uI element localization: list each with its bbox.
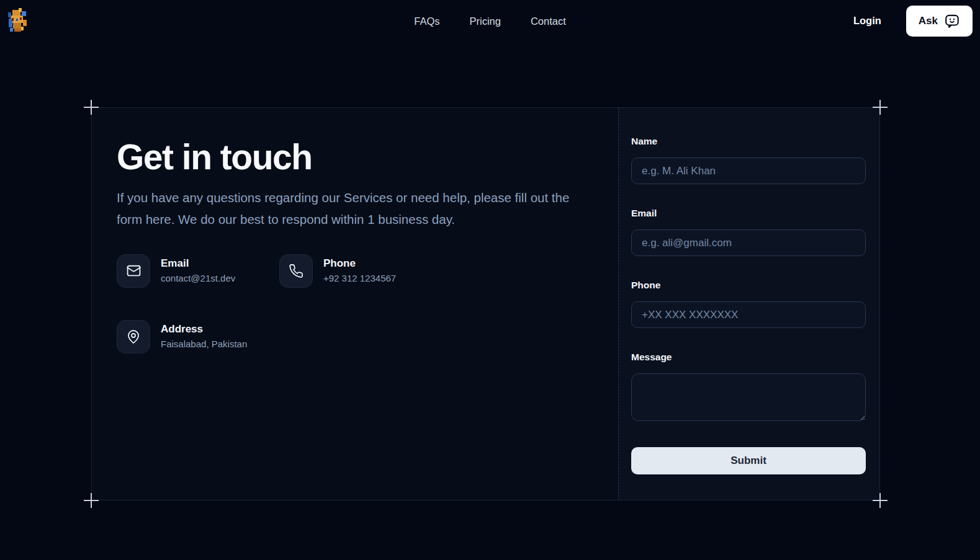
contact-card-title: Address: [161, 323, 247, 336]
page-description: If you have any questions regarding our …: [117, 187, 571, 231]
contact-info-column: Get in touch If you have any questions r…: [92, 108, 618, 500]
main-nav: FAQs Pricing Contact: [414, 15, 566, 27]
top-nav-bar: FAQs Pricing Contact Login Ask: [0, 0, 980, 42]
contact-card-title: Email: [161, 257, 235, 270]
contact-card-phone: Phone +92 312 1234567: [279, 254, 593, 288]
header-right-group: Login Ask: [853, 6, 973, 37]
contact-card-address: Address Faisalabad, Pakistan: [117, 320, 279, 353]
chat-smiley-icon: [944, 13, 960, 29]
contact-section: Get in touch If you have any questions r…: [91, 107, 880, 500]
nav-item-faqs[interactable]: FAQs: [414, 15, 439, 27]
phone-input[interactable]: [631, 301, 866, 328]
map-pin-icon: [117, 320, 150, 353]
page-title: Get in touch: [117, 136, 593, 177]
site-logo[interactable]: [5, 6, 30, 36]
name-input[interactable]: [631, 158, 866, 184]
contact-card-email: Email contact@21st.dev: [117, 254, 279, 288]
ask-button-label: Ask: [919, 15, 938, 27]
login-link[interactable]: Login: [853, 15, 881, 27]
message-label: Message: [631, 352, 866, 363]
pixel-castle-logo-icon: [6, 7, 29, 35]
email-label: Email: [631, 208, 866, 219]
message-textarea[interactable]: [631, 373, 866, 421]
contact-form: Name Email Phone Message Submit: [618, 108, 879, 500]
submit-button[interactable]: Submit: [631, 447, 866, 474]
contact-card-value: contact@21st.dev: [161, 273, 235, 283]
message-field-group: Message: [631, 352, 866, 424]
email-field-group: Email: [631, 208, 866, 256]
contact-cards: Email contact@21st.dev Phone +92 312 123…: [117, 254, 593, 353]
nav-item-pricing[interactable]: Pricing: [469, 15, 500, 27]
nav-item-contact[interactable]: Contact: [531, 15, 566, 27]
mail-icon: [117, 254, 150, 288]
phone-label: Phone: [631, 280, 866, 291]
name-field-group: Name: [631, 136, 866, 184]
ask-button[interactable]: Ask: [906, 6, 973, 37]
phone-field-group: Phone: [631, 280, 866, 328]
contact-card-value: Faisalabad, Pakistan: [161, 339, 247, 349]
contact-page: FAQs Pricing Contact Login Ask Get in to…: [0, 0, 980, 560]
email-input[interactable]: [631, 229, 866, 256]
contact-card-value: +92 312 1234567: [323, 273, 396, 283]
phone-icon: [279, 254, 313, 288]
contact-card-title: Phone: [323, 257, 396, 270]
name-label: Name: [631, 136, 866, 147]
